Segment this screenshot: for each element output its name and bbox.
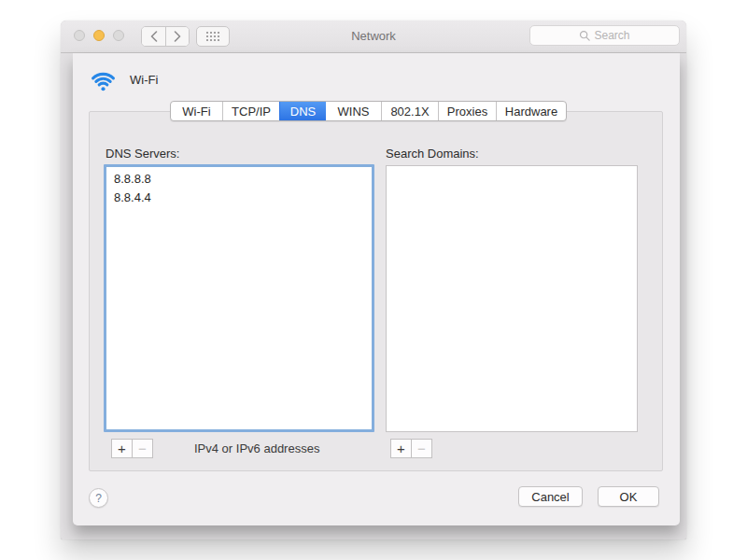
grid-icon bbox=[205, 31, 220, 42]
tab-wifi[interactable]: Wi-Fi bbox=[171, 102, 222, 120]
dns-server-item[interactable]: 8.8.8.8 bbox=[114, 170, 372, 189]
help-button[interactable]: ? bbox=[89, 488, 108, 508]
show-all-button[interactable] bbox=[196, 26, 230, 47]
dns-servers-label: DNS Servers: bbox=[106, 147, 179, 161]
dns-servers-list[interactable]: 8.8.8.8 8.8.4.4 bbox=[104, 164, 374, 432]
wifi-icon bbox=[88, 66, 119, 92]
search-placeholder: Search bbox=[594, 29, 629, 42]
dns-add-remove: + − bbox=[111, 439, 153, 458]
tab-8021x[interactable]: 802.1X bbox=[381, 102, 438, 120]
minimize-icon[interactable] bbox=[93, 30, 105, 41]
tab-tcpip[interactable]: TCP/IP bbox=[222, 102, 279, 120]
tab-dns[interactable]: DNS bbox=[279, 102, 326, 120]
close-icon[interactable] bbox=[74, 30, 85, 41]
dns-add-button[interactable]: + bbox=[111, 439, 133, 458]
search-domains-list[interactable] bbox=[386, 165, 638, 432]
search-icon bbox=[579, 30, 590, 41]
titlebar: Network Search bbox=[61, 21, 686, 53]
dns-server-item[interactable]: 8.8.4.4 bbox=[114, 189, 372, 207]
dns-settings-sheet: Wi-Fi Wi-Fi TCP/IP DNS WINS 802.1X Proxi… bbox=[73, 53, 680, 525]
domain-remove-button[interactable]: − bbox=[411, 439, 432, 458]
chevron-left-icon bbox=[150, 31, 158, 42]
tab-bar: Wi-Fi TCP/IP DNS WINS 802.1X Proxies Har… bbox=[170, 101, 567, 121]
dns-remove-button[interactable]: − bbox=[132, 439, 153, 458]
tab-wins[interactable]: WINS bbox=[326, 102, 381, 120]
service-header: Wi-Fi bbox=[88, 66, 158, 92]
history-nav bbox=[141, 26, 190, 47]
search-input[interactable]: Search bbox=[529, 25, 680, 46]
search-domains-label: Search Domains: bbox=[386, 147, 479, 161]
domain-add-button[interactable]: + bbox=[390, 439, 412, 458]
zoom-icon[interactable] bbox=[113, 30, 124, 41]
cancel-button[interactable]: Cancel bbox=[518, 486, 583, 507]
dns-hint-text: IPv4 or IPv6 addresses bbox=[194, 441, 319, 455]
tab-hardware[interactable]: Hardware bbox=[496, 102, 566, 120]
tab-proxies[interactable]: Proxies bbox=[438, 102, 496, 120]
back-button[interactable] bbox=[142, 27, 165, 46]
screen: Network Search Wi-Fi bbox=[0, 0, 747, 560]
network-window: Network Search Wi-Fi bbox=[61, 21, 686, 539]
ok-button[interactable]: OK bbox=[598, 486, 659, 507]
service-name: Wi-Fi bbox=[130, 73, 158, 87]
domains-add-remove: + − bbox=[390, 439, 432, 458]
window-title: Network bbox=[351, 29, 396, 43]
forward-button[interactable] bbox=[165, 27, 189, 46]
chevron-right-icon bbox=[174, 31, 181, 42]
